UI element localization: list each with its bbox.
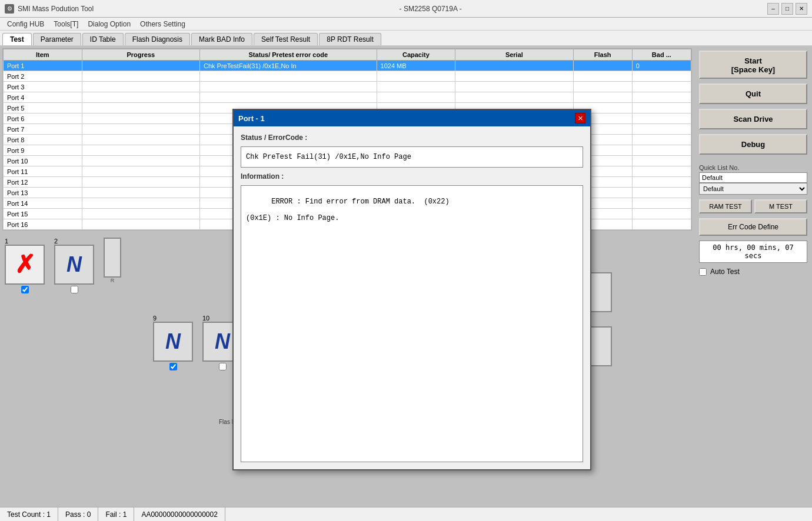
table-row[interactable]: Port 4 bbox=[4, 92, 691, 103]
port-icon-9: 9 N bbox=[153, 315, 193, 370]
port-icon-1: 1 ✗ bbox=[5, 238, 45, 293]
table-cell-bad bbox=[632, 103, 691, 113]
dialog-close-button[interactable]: ✕ bbox=[575, 113, 585, 123]
port-icon-2-checkbox[interactable] bbox=[71, 286, 78, 293]
quick-list-input[interactable] bbox=[699, 172, 807, 183]
table-cell-bad: 0 bbox=[632, 61, 691, 71]
m-test-button[interactable]: M TEST bbox=[754, 199, 807, 213]
tab-id-table[interactable]: ID Table bbox=[82, 33, 124, 45]
table-cell-bad bbox=[632, 198, 691, 209]
right-sidebar: Start[Space Key] Quit Scan Drive Debug Q… bbox=[694, 46, 812, 507]
tab-flash-diagnosis[interactable]: Flash Diagnosis bbox=[125, 33, 190, 45]
start-button[interactable]: Start[Space Key] bbox=[699, 51, 807, 79]
table-cell-item: Port 6 bbox=[4, 113, 82, 124]
table-cell-progress bbox=[82, 92, 199, 103]
dialog-title: Port - 1 bbox=[238, 114, 265, 123]
table-cell-serial bbox=[455, 61, 573, 71]
table-cell-item: Port 14 bbox=[4, 198, 82, 209]
table-cell-item: Port 3 bbox=[4, 82, 82, 92]
port-icon-9-checkbox[interactable] bbox=[169, 363, 177, 370]
menu-config-hub[interactable]: Config HUB bbox=[2, 19, 49, 29]
port-icon-1-frame[interactable]: ✗ bbox=[5, 245, 45, 285]
table-cell-flash bbox=[573, 61, 632, 71]
port-icon-10-num: 10 bbox=[202, 315, 209, 322]
tab-mark-bad-info[interactable]: Mark BAD Info bbox=[191, 33, 252, 45]
partial-label: R bbox=[111, 278, 115, 283]
port-icon-9-frame[interactable]: N bbox=[153, 322, 193, 362]
error-dialog: Port - 1 ✕ Status / ErrorCode : Chk PreT… bbox=[232, 109, 591, 470]
table-cell-capacity: 1024 MB bbox=[377, 61, 455, 71]
quit-button[interactable]: Quit bbox=[699, 84, 807, 104]
tab-self-test-result[interactable]: Self Test Result bbox=[254, 33, 318, 45]
test-buttons: RAM TEST M TEST bbox=[699, 199, 807, 213]
menu-others-setting[interactable]: Others Setting bbox=[135, 19, 190, 29]
col-header-status: Status/ Pretest error code bbox=[199, 49, 377, 61]
tab-test[interactable]: Test bbox=[2, 33, 32, 45]
title-bar: ⚙ SMI Mass Podution Tool - SM2258 Q0719A… bbox=[0, 0, 812, 18]
port-icon-2-num: 2 bbox=[54, 238, 58, 245]
table-cell-bad bbox=[632, 188, 691, 198]
table-cell-bad bbox=[632, 124, 691, 135]
table-cell-serial bbox=[455, 82, 573, 92]
table-cell-bad bbox=[632, 219, 691, 230]
table-cell-item: Port 1 bbox=[4, 61, 82, 71]
close-button[interactable]: ✕ bbox=[796, 3, 807, 15]
table-row[interactable]: Port 2 bbox=[4, 71, 691, 82]
n-mark-icon-10: N bbox=[215, 331, 230, 352]
x-mark-icon: ✗ bbox=[15, 252, 35, 277]
quick-list-label: Quick List No. bbox=[699, 164, 807, 171]
table-cell-item: Port 2 bbox=[4, 71, 82, 82]
table-row[interactable]: Port 3 bbox=[4, 82, 691, 92]
table-cell-item: Port 11 bbox=[4, 166, 82, 177]
table-cell-progress bbox=[82, 188, 199, 198]
minimize-button[interactable]: – bbox=[767, 3, 779, 15]
tab-parameter[interactable]: Parameter bbox=[33, 33, 81, 45]
status-bar: Test Count : 1 Pass : 0 Fail : 1 AA00000… bbox=[0, 507, 812, 521]
auto-test-checkbox[interactable] bbox=[699, 268, 707, 276]
table-cell-bad bbox=[632, 113, 691, 124]
table-cell-progress bbox=[82, 71, 199, 82]
port-icon-1-checkbox[interactable] bbox=[21, 286, 29, 293]
table-cell-progress bbox=[82, 113, 199, 124]
ram-test-button[interactable]: RAM TEST bbox=[699, 199, 752, 213]
table-cell-status bbox=[199, 71, 377, 82]
status-test-count: Test Count : 1 bbox=[0, 507, 58, 521]
app-title: SMI Mass Podution Tool bbox=[18, 5, 94, 13]
table-row[interactable]: Port 1Chk PreTestFail(31) /0x1E,No In102… bbox=[4, 61, 691, 71]
tab-bar: Test Parameter ID Table Flash Diagnosis … bbox=[0, 31, 812, 46]
err-code-button[interactable]: Err Code Define bbox=[699, 218, 807, 236]
table-cell-item: Port 7 bbox=[4, 124, 82, 135]
table-cell-progress bbox=[82, 156, 199, 166]
quick-list-select[interactable]: Default bbox=[699, 183, 807, 195]
table-cell-progress bbox=[82, 145, 199, 156]
tab-8p-rdt-result[interactable]: 8P RDT Result bbox=[319, 33, 381, 45]
restore-button[interactable]: □ bbox=[781, 3, 793, 15]
right-icon-bottom[interactable] bbox=[588, 326, 612, 366]
table-cell-capacity bbox=[377, 71, 455, 82]
scan-drive-button[interactable]: Scan Drive bbox=[699, 109, 807, 129]
port-icon-partial-frame[interactable] bbox=[104, 238, 121, 278]
dialog-body: Status / ErrorCode : Chk PreTest Fail(31… bbox=[234, 126, 590, 469]
table-cell-bad bbox=[632, 82, 691, 92]
right-icon-top[interactable] bbox=[588, 272, 612, 312]
menu-dialog-option[interactable]: Dialog Option bbox=[83, 19, 135, 29]
app-subtitle: - SM2258 Q0719A - bbox=[94, 5, 767, 13]
table-cell-bad bbox=[632, 71, 691, 82]
col-header-progress: Progress bbox=[82, 49, 199, 61]
table-cell-status: Chk PreTestFail(31) /0x1E,No In bbox=[199, 61, 377, 71]
table-cell-status bbox=[199, 92, 377, 103]
table-cell-item: Port 8 bbox=[4, 135, 82, 145]
col-header-flash: Flash bbox=[573, 49, 632, 61]
table-cell-item: Port 10 bbox=[4, 156, 82, 166]
table-cell-bad bbox=[632, 209, 691, 219]
table-cell-serial bbox=[455, 92, 573, 103]
port-icon-2-frame[interactable]: N bbox=[54, 245, 94, 285]
menu-tools[interactable]: Tools[T] bbox=[49, 19, 83, 29]
table-cell-progress bbox=[82, 61, 199, 71]
table-cell-progress bbox=[82, 124, 199, 135]
table-cell-flash bbox=[573, 71, 632, 82]
debug-button[interactable]: Debug bbox=[699, 134, 807, 155]
port-icon-10-checkbox[interactable] bbox=[219, 363, 227, 370]
right-partial-icons bbox=[588, 272, 612, 366]
dialog-status-value: Chk PreTest Fail(31) /0x1E,No Info Page bbox=[241, 146, 583, 168]
